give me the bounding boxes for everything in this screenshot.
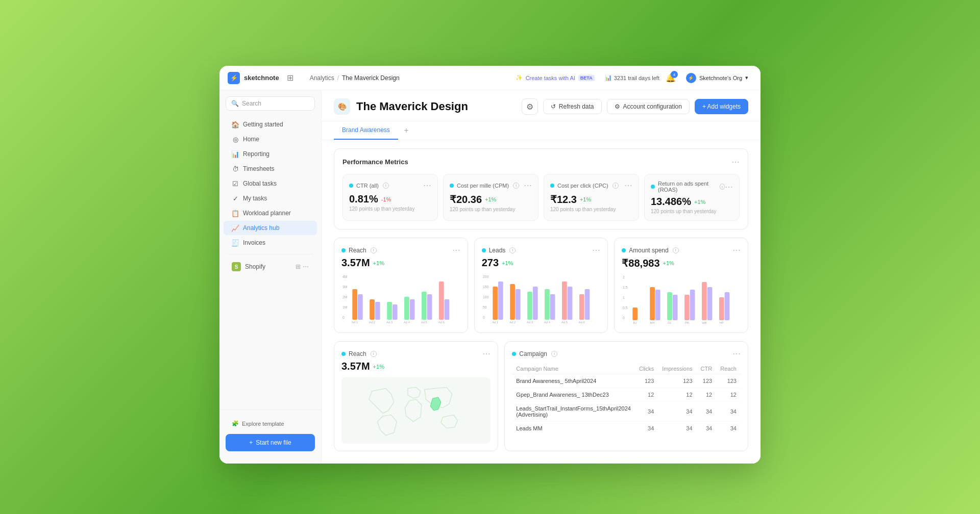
metric-more-button[interactable]: ⋯ (423, 181, 431, 190)
svg-text:RJ: RJ (633, 321, 637, 324)
refresh-data-button[interactable]: ↺ Refresh data (543, 99, 602, 114)
info-icon[interactable]: i (371, 247, 377, 253)
svg-text:4M: 4M (342, 275, 348, 278)
app-body: 🔍 Search 🏠 Getting started ◎ Home 📊 Repo… (219, 90, 761, 464)
table-more-button[interactable]: ⋯ (732, 349, 741, 358)
chart-more-button[interactable]: ⋯ (592, 245, 600, 255)
reporting-icon: 📊 (232, 150, 239, 158)
header-left: ⚡ sketchnote ⊞ Analytics / The Maverick … (228, 71, 400, 85)
sidebar-search[interactable]: 🔍 Search (226, 96, 315, 111)
add-widgets-button[interactable]: + Add widgets (695, 99, 748, 114)
info-icon[interactable]: i (673, 247, 679, 253)
tab-brand-awareness[interactable]: Brand Awareness (334, 121, 398, 140)
svg-rect-35 (533, 287, 538, 320)
sidebar-item-global-tasks[interactable]: ☑ Global tasks (224, 176, 317, 191)
metric-value: ₹20.36 +1% (450, 193, 532, 205)
sidebar-divider (228, 254, 313, 254)
metric-number: ₹12.3 (550, 193, 577, 205)
svg-text:Ad 5: Ad 5 (561, 321, 568, 324)
section-more-button[interactable]: ⋯ (731, 157, 740, 167)
svg-rect-51 (633, 307, 638, 320)
breadcrumb-parent[interactable]: Analytics (310, 74, 334, 82)
tab-label: Brand Awareness (342, 126, 390, 134)
section-title: Performance Metrics (342, 158, 408, 166)
app-header: ⚡ sketchnote ⊞ Analytics / The Maverick … (219, 66, 761, 90)
metric-roas: Return on ads spent (ROAS) i ⋯ 13.486% +… (644, 174, 740, 221)
metric-value: 0.81% -1% (349, 193, 431, 205)
sidebar-shopify-item[interactable]: S Shopify ⊞ ⋯ (224, 259, 317, 275)
svg-rect-17 (422, 292, 427, 320)
map-more-button[interactable]: ⋯ (482, 349, 491, 358)
cell-ctr: 123 (697, 374, 717, 388)
svg-rect-41 (567, 287, 572, 320)
metric-dot (450, 184, 454, 188)
info-icon[interactable]: i (383, 183, 389, 189)
cell-ctr: 12 (697, 388, 717, 402)
timesheets-icon: ⏱ (232, 165, 239, 172)
explore-template-button[interactable]: 🧩 Explore template (226, 416, 315, 431)
add-tab-button[interactable]: + (400, 124, 412, 137)
sidebar-item-analytics-hub[interactable]: 📈 Analytics hub (224, 221, 317, 235)
chart-label-area: Campaign i (512, 350, 557, 357)
map-change: +1% (373, 364, 384, 370)
metric-header: Cost per mille (CPM) i ⋯ (450, 181, 532, 190)
shopify-more-icon[interactable]: ⋯ (303, 263, 309, 270)
cell-campaign-name: Brand Awareness_ 5thApril2024 (512, 374, 635, 388)
shopify-add-icon[interactable]: ⊞ (296, 263, 301, 270)
metric-more-button[interactable]: ⋯ (725, 182, 733, 192)
workload-planner-icon: 📋 (232, 210, 239, 217)
info-icon[interactable]: i (509, 247, 516, 253)
org-selector[interactable]: ⚡ Sketchnote's Org ▾ (682, 71, 752, 85)
map-value: 3.57M +1% (341, 361, 491, 372)
page-header: 🎨 The Maverick Design ⚙ ↺ Refresh data ⚙… (322, 90, 761, 121)
svg-rect-65 (719, 297, 724, 320)
info-icon[interactable]: i (612, 183, 619, 189)
sidebar-item-home[interactable]: ◎ Home (224, 132, 317, 146)
chart-more-button[interactable]: ⋯ (452, 245, 460, 255)
cell-reach: 123 (716, 374, 741, 388)
metric-dot (349, 184, 353, 188)
sidebar-item-reporting[interactable]: 📊 Reporting (224, 147, 317, 161)
filter-button[interactable]: ⚙ (522, 98, 538, 115)
svg-rect-38 (550, 294, 555, 320)
info-icon[interactable]: i (551, 351, 557, 357)
info-icon[interactable]: i (371, 351, 377, 357)
app-brand-name: sketchnote (244, 74, 279, 82)
metric-sub: 120 points up than yesterday (550, 207, 632, 212)
beta-badge: BETA (578, 75, 595, 81)
notification-bell[interactable]: 🔔 4 (666, 73, 676, 83)
account-config-button[interactable]: ⚙ Account configuration (607, 99, 690, 114)
svg-text:Ad 4: Ad 4 (404, 321, 410, 324)
svg-rect-43 (579, 294, 584, 320)
cell-clicks: 12 (635, 388, 658, 402)
start-new-file-button[interactable]: + Start new file (226, 434, 315, 451)
svg-rect-9 (375, 302, 380, 320)
config-icon: ⚙ (615, 103, 620, 110)
shopify-icon: S (232, 262, 241, 271)
metric-label: Cost per mille (CPM) (457, 183, 509, 189)
campaign-table-card: Campaign i ⋯ Campaign Name Clicks Impres… (504, 341, 748, 451)
create-tasks-button[interactable]: ✨ Create tasks with AI BETA (511, 72, 599, 83)
metric-more-button[interactable]: ⋯ (624, 181, 632, 190)
table-row: Gpep_Brand Awareness_ 13thDec23 12 12 12… (512, 388, 741, 402)
sidebar-item-timesheets[interactable]: ⏱ Timesheets (224, 162, 317, 176)
info-icon[interactable]: i (720, 184, 725, 190)
chart-header: Amount spend i ⋯ (622, 245, 741, 255)
sidebar-toggle-button[interactable]: ⊞ (283, 71, 298, 85)
sidebar-item-getting-started[interactable]: 🏠 Getting started (224, 117, 317, 132)
metric-sub: 120 points up than yesterday (349, 206, 431, 212)
cell-reach: 34 (716, 422, 741, 435)
col-campaign-name: Campaign Name (512, 364, 635, 374)
info-icon[interactable]: i (513, 183, 519, 189)
page-title: The Maverick Design (356, 100, 468, 113)
chart-label: Reach (349, 247, 366, 254)
metric-more-button[interactable]: ⋯ (524, 181, 532, 190)
cell-ctr: 34 (697, 422, 717, 435)
svg-text:200: 200 (483, 275, 488, 278)
sidebar-item-my-tasks[interactable]: ✓ My tasks (224, 191, 317, 205)
chart-value: ₹88,983 +1% (622, 257, 741, 269)
svg-rect-53 (650, 287, 655, 320)
chart-more-button[interactable]: ⋯ (732, 245, 741, 255)
sidebar-item-workload-planner[interactable]: 📋 Workload planner (224, 206, 317, 220)
sidebar-item-invoices[interactable]: 🧾 Invoices (224, 236, 317, 250)
